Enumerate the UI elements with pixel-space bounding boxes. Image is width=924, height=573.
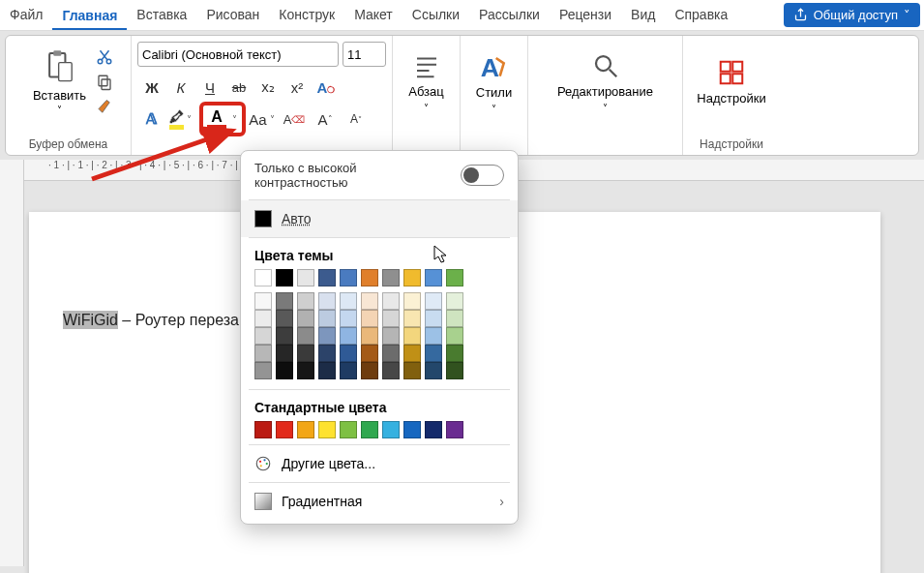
superscript-button[interactable]: x² [283,79,312,96]
shrink-font-button[interactable]: A˅ [343,106,370,132]
menu-help[interactable]: Справка [665,1,737,30]
menu-insert[interactable]: Вставка [127,1,196,30]
color-swatch[interactable] [276,421,293,438]
color-swatch[interactable] [446,362,463,379]
color-swatch[interactable] [340,292,357,310]
color-swatch[interactable] [254,327,272,345]
color-swatch[interactable] [361,269,378,286]
color-swatch[interactable] [446,269,463,286]
color-swatch[interactable] [340,327,357,345]
menu-draw[interactable]: Рисован [196,1,269,30]
color-swatch[interactable] [361,327,378,345]
color-swatch[interactable] [340,269,357,286]
share-button[interactable]: Общий доступ ˅ [784,3,920,27]
gradient-row[interactable]: Градиентная › [241,483,518,520]
color-swatch[interactable] [425,292,442,310]
color-swatch[interactable] [318,292,336,310]
color-swatch[interactable] [382,269,400,286]
color-swatch[interactable] [446,421,463,438]
color-swatch[interactable] [276,269,293,286]
addins-button[interactable]: Надстройки [697,36,765,128]
color-swatch[interactable] [425,269,442,286]
color-swatch[interactable] [425,362,442,379]
color-swatch[interactable] [276,362,293,379]
paragraph-button[interactable]: Абзац ˅ [408,36,443,128]
bold-button[interactable]: Ж [137,79,166,96]
color-swatch[interactable] [382,421,400,438]
highlight-button[interactable]: 🖍˅ [168,106,195,132]
subscript-button[interactable]: x₂ [253,78,283,96]
color-swatch[interactable] [254,421,272,438]
text-effects-button[interactable]: A❍ [312,79,341,96]
cut-icon[interactable] [96,48,113,66]
menu-mailings[interactable]: Рассылки [469,1,550,30]
color-swatch[interactable] [361,345,378,362]
menu-view[interactable]: Вид [621,1,665,30]
color-swatch[interactable] [403,292,421,310]
color-swatch[interactable] [318,362,336,379]
font-color-button-highlighted[interactable]: A ˅ [199,102,246,136]
color-swatch[interactable] [297,327,314,345]
color-swatch[interactable] [382,310,400,327]
color-swatch[interactable] [297,292,314,310]
color-swatch[interactable] [446,327,463,345]
color-swatch[interactable] [403,327,421,345]
color-swatch[interactable] [425,421,442,438]
color-swatch[interactable] [382,327,400,345]
strike-button[interactable]: ab [224,80,253,95]
color-swatch[interactable] [403,362,421,379]
color-swatch[interactable] [254,269,272,286]
color-swatch[interactable] [340,310,357,327]
italic-button[interactable]: К [166,79,195,96]
color-swatch[interactable] [254,292,272,310]
color-swatch[interactable] [340,421,357,438]
color-swatch[interactable] [446,310,463,327]
color-swatch[interactable] [425,345,442,362]
color-swatch[interactable] [297,345,314,362]
more-colors-row[interactable]: Другие цвета... [241,445,518,482]
color-swatch[interactable] [403,345,421,362]
color-swatch[interactable] [254,345,272,362]
document-text[interactable]: WiFiGid – Роутер переза [63,310,239,331]
color-swatch[interactable] [382,292,400,310]
color-swatch[interactable] [446,345,463,362]
format-painter-icon[interactable] [96,99,113,116]
color-swatch[interactable] [340,362,357,379]
color-swatch[interactable] [382,345,400,362]
color-swatch[interactable] [276,310,293,327]
color-swatch[interactable] [425,327,442,345]
color-swatch[interactable] [254,310,272,327]
editing-button[interactable]: Редактирование ˅ [557,36,653,128]
color-swatch[interactable] [318,269,336,286]
color-swatch[interactable] [254,362,272,379]
color-swatch[interactable] [361,310,378,327]
color-swatch[interactable] [318,310,336,327]
color-swatch[interactable] [276,327,293,345]
menu-file[interactable]: Файл [0,1,52,30]
color-swatch[interactable] [446,292,463,310]
chevron-down-icon[interactable]: ˅ [229,114,240,125]
grow-font-button[interactable]: A˄ [312,106,339,132]
styles-button[interactable]: A Стили ˅ [476,36,512,128]
color-swatch[interactable] [361,362,378,379]
color-swatch[interactable] [318,327,336,345]
copy-icon[interactable] [96,74,113,91]
color-swatch[interactable] [297,421,314,438]
menu-design[interactable]: Конструк [269,1,344,30]
color-swatch[interactable] [297,310,314,327]
color-swatch[interactable] [276,292,293,310]
menu-review[interactable]: Рецензи [550,1,621,30]
color-swatch[interactable] [318,345,336,362]
auto-color-row[interactable]: Авто [241,200,518,237]
high-contrast-toggle-row[interactable]: Только с высокой контрастностью [241,151,518,199]
font-name-select[interactable] [137,42,339,67]
color-swatch[interactable] [297,362,314,379]
paste-button[interactable]: Вставить ˅ [23,36,96,128]
text-outline-button[interactable]: 𝔸 [137,106,164,132]
font-size-select[interactable] [343,42,386,67]
menu-layout[interactable]: Макет [344,1,402,30]
color-swatch[interactable] [297,269,314,286]
color-swatch[interactable] [340,345,357,362]
menu-references[interactable]: Ссылки [402,1,469,30]
color-swatch[interactable] [403,421,421,438]
